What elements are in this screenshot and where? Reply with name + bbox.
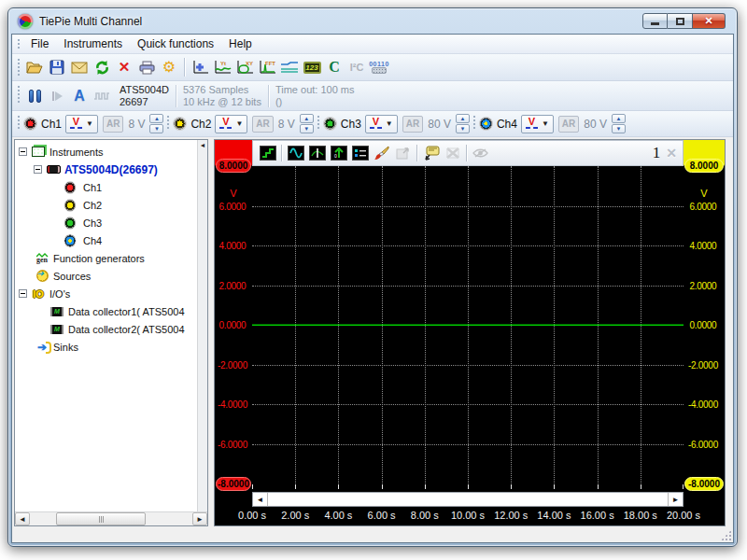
object-tree-panel: Instruments ATS5004D(26697) Ch1 Ch2 Ch3 <box>14 139 208 526</box>
refresh-button[interactable] <box>91 56 113 78</box>
tree-item-sources[interactable]: Sources <box>15 267 197 285</box>
undo-zoom-button[interactable] <box>442 143 463 163</box>
legend-button[interactable] <box>349 143 371 163</box>
ch2-range-spinner[interactable]: ▲▼ <box>300 114 314 133</box>
tree-item-data-collector2[interactable]: M Data collector2( ATS5004 <box>15 320 197 338</box>
binary-io-button[interactable]: 00110 <box>368 56 390 78</box>
plot-area[interactable] <box>252 166 684 483</box>
spin-up-icon[interactable]: ▲ <box>149 114 163 123</box>
autoranging-button[interactable]: A <box>68 85 91 107</box>
tree-item-ch3[interactable]: Ch3 <box>15 214 197 231</box>
ch1-coupling-dropdown[interactable]: V ▼ <box>65 115 98 133</box>
sine-interpolation-button[interactable] <box>285 143 306 163</box>
ch3-autorange-button[interactable]: AR <box>402 116 423 133</box>
tree-item-ch1[interactable]: Ch1 <box>15 178 197 196</box>
maximize-button[interactable] <box>668 13 693 29</box>
resize-grip[interactable] <box>721 530 731 540</box>
spin-down-icon[interactable]: ▼ <box>300 124 314 133</box>
scroll-left-icon[interactable]: ◄ <box>15 512 30 525</box>
pause-button[interactable] <box>23 85 46 107</box>
menu-instruments[interactable]: Instruments <box>56 35 130 52</box>
spin-down-icon[interactable]: ▼ <box>149 124 163 133</box>
collapse-icon[interactable] <box>19 147 27 156</box>
print-button[interactable] <box>135 56 158 78</box>
ch2-bnc-icon[interactable] <box>173 117 187 131</box>
menu-file[interactable]: File <box>23 35 56 52</box>
vertical-cursor-button[interactable] <box>306 143 328 163</box>
close-button[interactable]: ✕ <box>693 13 726 29</box>
ch1-autorange-button[interactable]: AR <box>103 116 123 133</box>
callout-button[interactable] <box>420 143 442 163</box>
minimize-button[interactable] <box>642 13 668 29</box>
channel1-grip[interactable] <box>16 114 20 131</box>
tree-vertical-scrollbar[interactable]: ◄ <box>197 140 207 511</box>
scroll-right-icon[interactable]: ► <box>668 493 683 506</box>
paint-button[interactable] <box>371 143 392 163</box>
tree-hscroll-track[interactable] <box>30 512 192 525</box>
ch3-range-spinner[interactable]: ▲▼ <box>456 114 470 133</box>
fit-graph-button[interactable] <box>392 143 414 163</box>
ch2-coupling-dropdown[interactable]: V ▼ <box>215 115 247 133</box>
tree-item-data-collector1[interactable]: M Data collector1( ATS5004 <box>15 302 197 320</box>
tree-item-instruments[interactable]: Instruments <box>15 143 197 161</box>
graph-hscroll-thumb[interactable] <box>268 493 668 506</box>
add-graph-button[interactable] <box>189 56 211 78</box>
autoscale-zero-button[interactable]: 0 <box>328 143 349 163</box>
ch4-autorange-button[interactable]: AR <box>558 116 579 133</box>
xy-graph-button[interactable]: XY <box>233 56 256 78</box>
capture-c-button[interactable]: C <box>323 56 345 78</box>
titlebar[interactable]: TiePie Multi Channel ✕ <box>8 8 737 34</box>
tree-item-ios[interactable]: IO I/O's <box>15 285 197 302</box>
channel2-grip[interactable] <box>165 114 169 131</box>
i2c-analyzer-button[interactable]: I²C <box>345 56 368 78</box>
tree-horizontal-scrollbar[interactable]: ◄ ► <box>15 511 207 525</box>
spin-up-icon[interactable]: ▲ <box>300 114 314 123</box>
ch3-bnc-icon[interactable] <box>323 117 337 131</box>
value-display-button[interactable]: 123 <box>301 56 323 78</box>
tree-item-sinks[interactable]: ➔ Sinks <box>15 338 197 356</box>
ch1-range-spinner[interactable]: ▲▼ <box>149 114 163 133</box>
yt-graph-button[interactable]: Yt <box>211 56 233 78</box>
save-button[interactable] <box>46 56 68 78</box>
hide-trace-button[interactable] <box>470 143 491 163</box>
ch3-coupling-dropdown[interactable]: V ▼ <box>365 115 398 133</box>
email-button[interactable] <box>68 56 91 78</box>
scroll-left-icon[interactable]: ◄ <box>253 493 268 506</box>
close-graph-button[interactable]: ✕ <box>664 146 683 161</box>
svg-text:FFT: FFT <box>265 61 275 66</box>
menu-quick-functions[interactable]: Quick functions <box>130 35 221 52</box>
step-interpolation-button[interactable] <box>257 143 278 163</box>
tree-item-ch2[interactable]: Ch2 <box>15 196 197 214</box>
ch4-range-spinner[interactable]: ▲▼ <box>612 114 626 133</box>
scroll-right-icon[interactable]: ► <box>192 512 207 525</box>
channel4-grip[interactable] <box>472 114 475 131</box>
meter-button[interactable] <box>278 56 301 78</box>
spin-down-icon[interactable]: ▼ <box>612 124 626 133</box>
tree-item-ch4[interactable]: Ch4 <box>15 231 197 249</box>
fft-graph-button[interactable]: FFT <box>256 56 278 78</box>
io-icon: IO <box>31 287 46 301</box>
collapse-icon[interactable] <box>34 165 42 174</box>
ch4-coupling-dropdown[interactable]: V ▼ <box>521 115 554 133</box>
menu-help[interactable]: Help <box>221 35 260 52</box>
file-toolbar-grip[interactable] <box>16 57 20 76</box>
channel3-grip[interactable] <box>316 114 319 131</box>
ch4-bnc-icon[interactable] <box>479 117 493 131</box>
ch2-autorange-button[interactable]: AR <box>252 116 273 133</box>
waveform-button[interactable] <box>91 85 113 107</box>
tree-item-function-generators[interactable]: gen Function generators <box>15 249 197 267</box>
acquisition-toolbar-grip[interactable] <box>16 84 20 105</box>
open-file-button[interactable] <box>23 56 46 78</box>
delete-button[interactable]: ✕ <box>113 56 135 78</box>
collapse-icon[interactable] <box>19 289 27 298</box>
spin-up-icon[interactable]: ▲ <box>612 114 626 123</box>
spin-down-icon[interactable]: ▼ <box>456 124 470 133</box>
tree-hscroll-thumb[interactable] <box>56 512 146 525</box>
settings-button[interactable]: ⚙ <box>158 56 180 78</box>
ch1-bnc-icon[interactable] <box>23 117 37 131</box>
tree-item-device[interactable]: ATS5004D(26697) <box>15 161 197 178</box>
one-shot-button[interactable] <box>46 85 68 107</box>
graph-horizontal-scrollbar[interactable]: ◄ ► <box>252 492 684 507</box>
menubar-grip[interactable] <box>16 37 20 50</box>
spin-up-icon[interactable]: ▲ <box>456 114 470 123</box>
